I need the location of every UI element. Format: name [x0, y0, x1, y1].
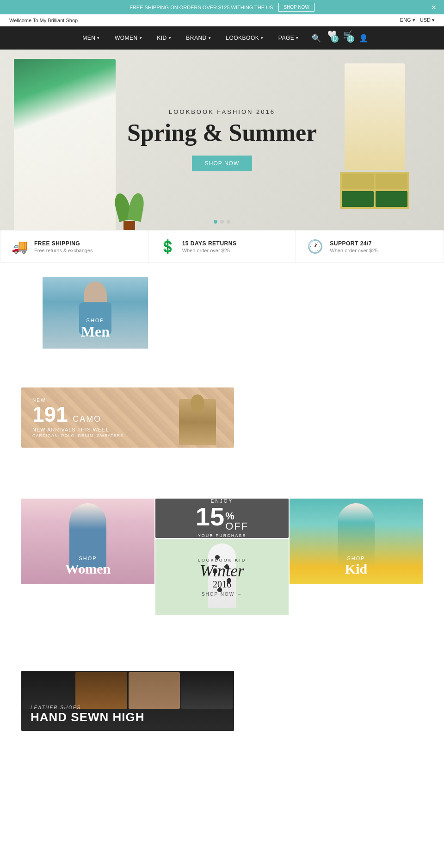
three-col-banners: SHOP Women ENJOY 15 % OFF YOUR PURCHASE [0, 480, 444, 624]
user-icon[interactable]: 👤 [359, 34, 368, 43]
feature-shipping-desc: Free returns & exchanges [34, 248, 93, 253]
decorative-plant [116, 193, 143, 230]
feature-returns-desc: When order over $25 [182, 248, 237, 253]
nav-icons: 🔍 🤍 0 🛒 0 👤 [312, 30, 368, 46]
chevron-down-icon: ▾ [140, 36, 142, 40]
main-navigation: MEN ▾ WOMEN ▾ KID ▾ BRAND ▾ LOOKBOOK ▾ P… [0, 26, 444, 50]
shop-kid-label: SHOP Kid [290, 556, 423, 577]
clock-icon: 🕐 [307, 239, 323, 254]
chevron-down-icon: ▾ [209, 36, 211, 40]
announcement-bar: FREE SHIPPING ON ORDERS OVER $125 WITHIN… [0, 0, 444, 14]
nav-item-men[interactable]: MEN ▾ [76, 26, 106, 50]
shop-men-shop-text: SHOP [43, 318, 148, 323]
wishlist-count-badge: 0 [331, 35, 339, 43]
welcome-text: Wellcome To My Brilliant Shop [9, 18, 78, 23]
camo-text: NEW 191 CAMO NEW ARRIVALS THIS WEEL CARD… [32, 398, 172, 438]
shop-men-section: SHOP Men [0, 263, 444, 355]
lang-currency-selector[interactable]: ENG ▾ USD ▾ [400, 17, 435, 23]
feature-shipping-title: FREE SHIPPING [34, 240, 93, 247]
promo-percent-symbol: % [225, 511, 234, 521]
shop-women-label: SHOP Women [21, 556, 154, 577]
utility-bar: Wellcome To My Brilliant Shop ENG ▾ USD … [0, 14, 444, 26]
hero-dot-2[interactable] [220, 220, 224, 224]
shoes-images [21, 671, 234, 710]
camo-items: CARDIGAN, POLO, DENIM, SWEATERS [32, 433, 172, 438]
hero-dots [214, 220, 230, 224]
shop-kid-banner[interactable]: SHOP Kid [290, 499, 423, 584]
camo-banner[interactable]: NEW 191 CAMO NEW ARRIVALS THIS WEEL CARD… [21, 387, 234, 448]
lookbook-kid-shop-link[interactable]: SHOP NOW → [198, 592, 247, 597]
shop-men-label: SHOP Men [43, 318, 148, 340]
chevron-down-icon: ▾ [169, 36, 172, 40]
shop-women-banner[interactable]: SHOP Women [21, 499, 154, 584]
nav-item-women[interactable]: WOMEN ▾ [108, 26, 148, 50]
lookbook-kid-banner[interactable]: LOOKBOOK KID Winter 2016 SHOP NOW → [155, 539, 289, 615]
shop-women-shop-text: SHOP [21, 556, 154, 561]
shop-kid-category-text: Kid [345, 561, 367, 576]
chevron-down-icon: ▾ [261, 36, 264, 40]
features-bar: 🚚 FREE SHIPPING Free returns & exchanges… [0, 230, 444, 263]
language-selector[interactable]: ENG ▾ [400, 17, 415, 23]
truck-icon: 🚚 [12, 239, 28, 254]
promo-purchase-text: YOUR PURCHASE [198, 533, 247, 538]
feature-returns-title: 15 DAYS RETURNS [182, 240, 237, 247]
promo-percent-row: 15 % OFF [196, 504, 248, 531]
hero-subtitle: LOOKBOOK FASHION 2016 [127, 108, 317, 115]
camo-word: CAMO [73, 414, 101, 424]
shoes-sewn-title: HAND SEWN HIGH [31, 710, 145, 724]
promo-col: ENJOY 15 % OFF YOUR PURCHASE LOOKBOOK KI… [155, 499, 289, 615]
wishlist-icon[interactable]: 🤍 0 [327, 30, 337, 46]
hero-dot-1[interactable] [214, 220, 217, 224]
promo-discount-banner[interactable]: ENJOY 15 % OFF YOUR PURCHASE [155, 499, 289, 538]
shop-men-category-text: Men [81, 323, 110, 340]
lookbook-kid-text: LOOKBOOK KID Winter 2016 SHOP NOW → [198, 558, 247, 597]
promo-percent-number: 15 [196, 504, 224, 530]
shoes-banner-text: Leather Shoes HAND SEWN HIGH [31, 705, 145, 724]
chevron-down-icon: ▾ [97, 36, 100, 40]
shop-men-banner[interactable]: SHOP Men [43, 277, 148, 349]
shoes-banner[interactable]: Leather Shoes HAND SEWN HIGH [21, 671, 234, 731]
camo-number: 191 [32, 402, 68, 426]
chevron-down-icon: ▾ [296, 36, 299, 40]
nav-item-brand[interactable]: BRAND ▾ [179, 26, 217, 50]
hero-slider: LOOKBOOK FASHION 2016 Spring & Summer SH… [0, 50, 444, 230]
nav-item-lookbook[interactable]: LOOKBOOK ▾ [219, 26, 270, 50]
nav-item-page[interactable]: PAGE ▾ [272, 26, 305, 50]
feature-free-shipping: 🚚 FREE SHIPPING Free returns & exchanges [0, 231, 148, 262]
shoes-section: Leather Shoes HAND SEWN HIGH [0, 652, 444, 731]
currency-selector[interactable]: USD ▾ [420, 17, 435, 23]
feature-support: 🕐 SUPPORT 24/7 When order over $25 [296, 231, 444, 262]
announcement-text: FREE SHIPPING ON ORDERS OVER $125 WITHIN… [130, 5, 273, 10]
camo-arrivals: NEW ARRIVALS THIS WEEL [32, 427, 172, 432]
dollar-icon: 💲 [160, 239, 176, 254]
promo-off-text: OFF [225, 521, 248, 531]
hero-content: LOOKBOOK FASHION 2016 Spring & Summer SH… [127, 108, 317, 171]
nav-item-kid[interactable]: KID ▾ [150, 26, 178, 50]
camo-jacket-figure [172, 390, 223, 445]
cart-icon[interactable]: 🛒 0 [343, 30, 352, 46]
feature-support-desc: When order over $25 [330, 248, 377, 253]
announcement-shop-now-button[interactable]: SHOP NOW [278, 3, 314, 12]
lookbook-kid-title: Winter [198, 562, 247, 579]
hero-shop-now-button[interactable]: SHOP NOW [192, 156, 252, 171]
feature-support-title: SUPPORT 24/7 [330, 240, 377, 247]
search-icon[interactable]: 🔍 [312, 34, 321, 43]
hero-figure-left [14, 59, 116, 230]
announcement-close-button[interactable]: ✕ [431, 4, 437, 11]
hero-figure-right [328, 63, 421, 230]
shop-women-category-text: Women [65, 561, 111, 576]
lookbook-kid-year: 2016 [198, 579, 247, 590]
camo-section: NEW 191 CAMO NEW ARRIVALS THIS WEEL CARD… [0, 369, 444, 466]
cart-count-badge: 0 [347, 35, 354, 43]
hero-title: Spring & Summer [127, 119, 317, 146]
feature-returns: 💲 15 DAYS RETURNS When order over $25 [148, 231, 296, 262]
hero-dot-3[interactable] [227, 220, 230, 224]
shoes-leather-label: Leather Shoes [31, 705, 145, 710]
shop-kid-shop-text: SHOP [290, 556, 423, 561]
